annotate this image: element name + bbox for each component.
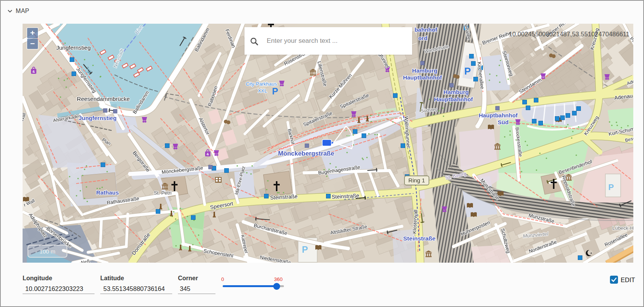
svg-text:⚓: ⚓ xyxy=(85,67,92,73)
svg-text:P: P xyxy=(608,182,614,192)
svg-text:P: P xyxy=(272,86,278,96)
svg-text:&: & xyxy=(33,70,35,73)
svg-text:ord: ord xyxy=(418,35,427,41)
svg-text:Hauptbahnhof: Hauptbahnhof xyxy=(434,96,473,102)
svg-text:P: P xyxy=(302,244,308,255)
svg-text:Reesendammbrücke: Reesendammbrücke xyxy=(77,96,130,102)
svg-text:Jungfernstieg: Jungfernstieg xyxy=(56,44,91,51)
svg-text:Ring 1: Ring 1 xyxy=(408,177,425,184)
svg-text:Rathaus: Rathaus xyxy=(96,189,119,196)
svg-text:bahnhof: bahnhof xyxy=(414,26,437,33)
svg-text:Hauptbahnhof: Hauptbahnhof xyxy=(479,112,518,119)
svg-text:Hamburg: Hamburg xyxy=(412,67,437,74)
svg-text:Hauptbahnhof: Hauptbahnhof xyxy=(403,74,442,81)
svg-text:&: & xyxy=(207,152,209,156)
svg-text:Lübeck-H: Lübeck-H xyxy=(612,225,633,231)
svg-text:Hamburg: Hamburg xyxy=(443,89,469,95)
svg-text:XXL: XXL xyxy=(258,88,267,94)
svg-text:Mönckebergstraße: Mönckebergstraße xyxy=(278,150,334,157)
svg-text:Steinstraße: Steinstraße xyxy=(403,235,436,242)
svg-text:Süd: Süd xyxy=(498,119,509,125)
svg-text:City-Parkhaus: City-Parkhaus xyxy=(246,81,277,87)
svg-text:P: P xyxy=(464,65,471,77)
svg-text:St. Petri: St. Petri xyxy=(154,190,171,196)
svg-text:Jungfernstieg: Jungfernstieg xyxy=(78,115,116,121)
